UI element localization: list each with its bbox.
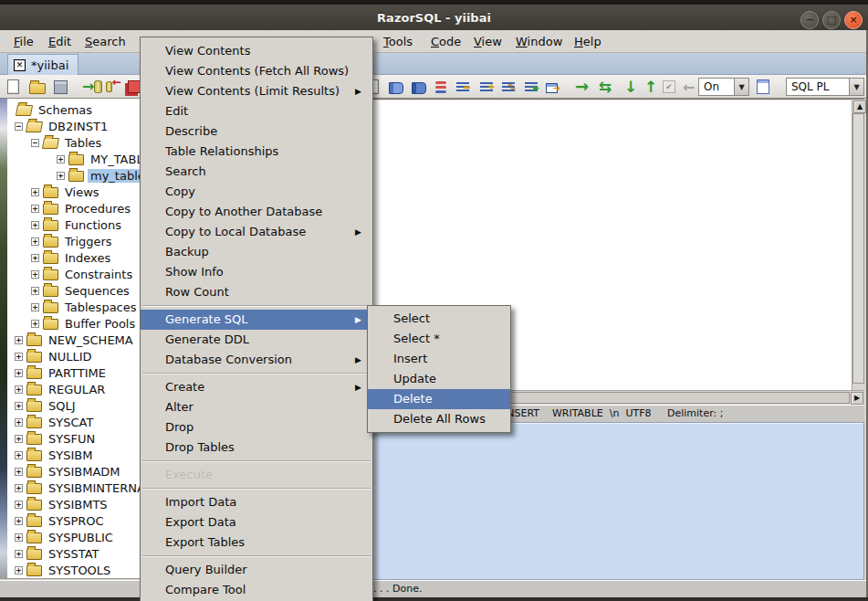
menu-item-alter[interactable]: Alter (141, 397, 372, 417)
tree-item-label[interactable]: Constraints (62, 268, 135, 281)
menu-item-view-contents-fetch-all-rows-[interactable]: View Contents (Fetch All Rows) (141, 61, 372, 81)
tree-item-label[interactable]: SYSPROC (46, 514, 107, 528)
expand-icon[interactable]: + (15, 468, 23, 476)
tree-row[interactable]: +Procedures (7, 200, 147, 216)
tree-row[interactable]: +SYSPUBLIC (7, 529, 147, 545)
expand-icon[interactable]: + (31, 188, 39, 196)
history-list-icon[interactable] (435, 79, 446, 95)
tree-item-label[interactable]: DB2INST1 (46, 120, 110, 133)
tree-item-label[interactable]: SYSIBMADM (46, 465, 123, 479)
tree-item-label[interactable]: SQLJ (46, 399, 78, 413)
expand-icon[interactable]: + (31, 237, 39, 246)
tree-row[interactable]: −Tables (7, 134, 147, 151)
edit-sql-icon[interactable]: ✎ (502, 79, 515, 95)
tree-item-label[interactable]: REGULAR (46, 383, 108, 396)
tree-item-label[interactable]: Buffer Pools (62, 317, 138, 331)
expand-icon[interactable]: + (15, 517, 23, 525)
menu-item-generate-sql[interactable]: Generate SQL▶ (141, 310, 372, 330)
menu-item-search[interactable]: Search (141, 162, 372, 182)
tree-item-label[interactable]: Schemas (36, 103, 95, 117)
menu-item-delete-all-rows[interactable]: Delete All Rows (368, 409, 510, 429)
go-forward-icon[interactable]: → (575, 79, 589, 95)
run-selection-icon[interactable]: ▶ (525, 79, 538, 95)
tree-item-label[interactable]: SYSIBMINTERNAL (46, 481, 147, 495)
connect-icon[interactable]: → (82, 79, 102, 95)
tree-row[interactable]: +SQLJ (7, 397, 147, 414)
menu-item-copy[interactable]: Copy (141, 182, 372, 202)
tree-row[interactable]: +PARTTIME (7, 364, 147, 381)
maximize-button[interactable]: □ (822, 11, 841, 29)
expand-icon[interactable]: + (57, 172, 65, 180)
insert-line-icon[interactable]: ✚ (480, 79, 493, 95)
menu-item-generate-ddl[interactable]: Generate DDL (141, 330, 372, 350)
tree-item-label[interactable]: SYSCAT (46, 416, 96, 429)
tree-item-label[interactable]: Tables (62, 136, 104, 150)
menu-item-drop-tables[interactable]: Drop Tables (141, 438, 372, 458)
titlebar[interactable]: RazorSQL - yiibai − □ × (0, 5, 868, 30)
expand-icon[interactable]: + (15, 451, 23, 459)
tree-item-label[interactable]: SYSFUN (46, 432, 98, 446)
menu-item-view-contents-limit-results-[interactable]: View Contents (Limit Results)▶ (141, 81, 372, 101)
menu-item-export-tables[interactable]: Export Tables (141, 532, 372, 553)
menubar-item-tools[interactable]: Tools (381, 33, 415, 50)
menubar-item-view[interactable]: View (471, 33, 505, 50)
expand-icon[interactable]: + (15, 418, 23, 427)
scroll-up-icon[interactable]: ▲ (853, 100, 866, 113)
help-book-icon[interactable] (412, 79, 426, 95)
language-dropdown-arrow-icon[interactable]: ▼ (849, 79, 863, 95)
tree-row[interactable]: +SYSTOOLS (7, 562, 147, 578)
tree-row[interactable]: +SYSIBMTS (7, 496, 147, 512)
collapse-icon[interactable]: − (15, 122, 23, 131)
menu-item-delete[interactable]: Delete (368, 389, 510, 409)
menu-item-edit[interactable]: Edit (141, 101, 372, 121)
tree-row[interactable]: +SYSIBMADM (7, 463, 147, 480)
tree-item-label[interactable]: NEW_SCHEMA (46, 333, 136, 347)
tree-item-label[interactable]: NULLID (46, 350, 95, 364)
menu-item-insert[interactable]: Insert (368, 349, 510, 369)
down-arrow-icon[interactable]: ↓ (624, 79, 637, 95)
menu-item-copy-to-local-database[interactable]: Copy to Local Database▶ (141, 222, 372, 242)
sync-icon[interactable]: ⇆ (599, 79, 612, 95)
menubar-item-edit[interactable]: Edit (46, 33, 74, 50)
expand-icon[interactable]: + (31, 303, 39, 311)
menubar-item-file[interactable]: File (11, 33, 37, 50)
expand-icon[interactable]: + (31, 287, 39, 295)
copy-results-icon[interactable] (128, 79, 141, 95)
tree-row[interactable]: +SYSPROC (7, 512, 147, 529)
tree-row[interactable]: +REGULAR (7, 381, 147, 397)
tree-item-label[interactable]: SYSTOOLS (46, 564, 113, 577)
tree-row[interactable]: +SYSCAT (7, 414, 147, 430)
tree-item-label[interactable]: MY_TABLE (88, 153, 147, 166)
expand-icon[interactable]: + (15, 435, 23, 443)
new-file-icon[interactable] (7, 79, 19, 95)
up-arrow-icon[interactable]: ↑ (644, 79, 657, 95)
tree-item-label[interactable]: PARTTIME (46, 366, 109, 380)
tab-close-icon[interactable]: ✕ (14, 59, 26, 71)
menubar-item-help[interactable]: Help (571, 33, 604, 50)
tree-item-label[interactable]: Tablespaces (62, 300, 140, 314)
vertical-scroll-thumb[interactable] (852, 113, 864, 384)
expand-icon[interactable]: + (31, 320, 39, 328)
menu-item-table-relationships[interactable]: Table Relationships (141, 142, 372, 162)
tree-row[interactable]: +SYSIBM (7, 447, 147, 463)
expand-icon[interactable]: + (15, 484, 23, 492)
format-sql-icon[interactable]: ➥ (456, 79, 469, 95)
disconnect-icon[interactable]: ← (106, 79, 121, 95)
menu-item-select[interactable]: Select (368, 309, 510, 329)
tree-row[interactable]: +SYSFUN (7, 430, 147, 447)
menu-item-backup[interactable]: Backup (141, 242, 372, 262)
menu-item-show-info[interactable]: Show Info (141, 262, 372, 282)
expand-icon[interactable]: + (57, 155, 65, 163)
menubar-item-search[interactable]: Search (82, 33, 129, 50)
expand-icon[interactable]: + (15, 369, 23, 377)
minimize-button[interactable]: − (800, 11, 819, 29)
language-dropdown[interactable]: SQL PL ▼ (786, 78, 864, 96)
menu-item-drop[interactable]: Drop (141, 417, 372, 438)
reference-book-icon[interactable] (389, 79, 403, 95)
tree-item-label[interactable]: Functions (62, 218, 124, 232)
expand-icon[interactable]: + (31, 205, 39, 213)
expand-icon[interactable]: + (15, 550, 23, 558)
tree-item-label[interactable]: SYSSTAT (46, 547, 101, 561)
scroll-right-icon[interactable]: ▶ (851, 392, 863, 405)
tree-row[interactable]: +NULLID (7, 348, 147, 364)
